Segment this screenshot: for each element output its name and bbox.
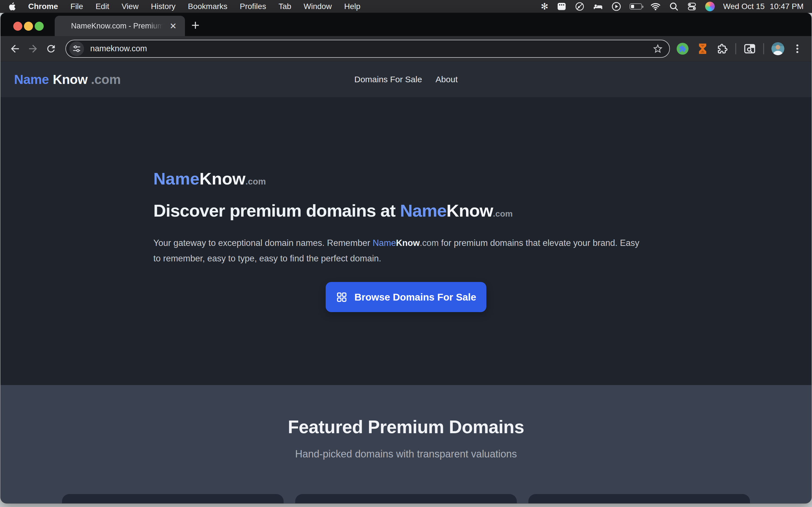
featured-subtitle: Hand-picked domains with transparent val…	[1, 448, 811, 460]
menu-item-file[interactable]: File	[70, 2, 83, 11]
site-logo[interactable]: NameKnow.com	[14, 72, 121, 87]
menu-bar: Chrome File Edit View History Bookmarks …	[0, 0, 812, 13]
clock-date: Wed Oct 15	[723, 2, 765, 11]
menu-item-tab[interactable]: Tab	[278, 2, 291, 11]
toolbar-divider	[763, 43, 764, 54]
side-search-icon[interactable]	[744, 43, 756, 55]
hero-brand-know: Know	[199, 169, 245, 188]
tab-title: NameKnow.com - Premium Do	[71, 22, 166, 31]
site-settings-button[interactable]	[69, 41, 84, 56]
sleep-icon[interactable]	[593, 0, 603, 13]
spotlight-icon[interactable]	[669, 0, 679, 13]
control-center-icon[interactable]	[687, 0, 697, 13]
menu-item-edit[interactable]: Edit	[96, 2, 109, 11]
profile-avatar[interactable]	[771, 42, 784, 55]
featured-title: Featured Premium Domains	[1, 385, 811, 438]
reload-icon	[45, 43, 57, 54]
menu-item-view[interactable]: View	[121, 2, 139, 11]
browser-menu-button[interactable]	[792, 43, 803, 54]
browser-toolbar: nameknow.com	[1, 36, 811, 61]
chatgpt-icon[interactable]: ✻	[541, 0, 548, 13]
wifi-icon[interactable]	[651, 0, 661, 13]
nav-link-about[interactable]: About	[436, 75, 458, 84]
back-icon	[9, 43, 21, 55]
hero-brand-tld: .com	[246, 177, 266, 186]
domain-card[interactable]	[528, 494, 750, 503]
url-text: nameknow.com	[90, 44, 650, 53]
extension-timer-icon[interactable]	[696, 43, 709, 55]
extensions-puzzle-icon[interactable]	[716, 43, 728, 55]
hero-paragraph: Your gateway to exceptional domain names…	[153, 235, 659, 266]
logo-name: Name	[14, 72, 49, 87]
bookmark-button[interactable]	[650, 41, 666, 57]
hero-brand: NameKnow.com	[153, 170, 659, 188]
browser-window: NameKnow.com - Premium Do ✕ + nameknow.c…	[1, 13, 811, 503]
clock-time: 10:47 PM	[770, 2, 804, 11]
cta-label: Browse Domains For Sale	[354, 291, 476, 303]
menu-item-profiles[interactable]: Profiles	[240, 2, 266, 11]
paragraph-brand-name: Name	[373, 238, 396, 248]
address-bar[interactable]: nameknow.com	[65, 40, 670, 58]
zoom-window-button[interactable]	[35, 22, 44, 31]
hero-section: NameKnow.com Discover premium domains at…	[1, 98, 811, 385]
browser-tab[interactable]: NameKnow.com - Premium Do ✕	[55, 16, 185, 36]
browse-domains-button[interactable]: Browse Domains For Sale	[326, 282, 486, 312]
close-window-button[interactable]	[13, 22, 22, 31]
back-button[interactable]	[7, 41, 23, 57]
headline-brand-name: Name	[400, 201, 447, 220]
minimize-window-button[interactable]	[24, 22, 33, 31]
forward-button[interactable]	[25, 41, 41, 57]
reload-button[interactable]	[43, 41, 59, 57]
logo-tld: .com	[91, 72, 121, 87]
featured-section: Featured Premium Domains Hand-picked dom…	[1, 385, 811, 503]
menu-item-window[interactable]: Window	[304, 2, 332, 11]
extension-area	[676, 42, 805, 55]
paragraph-text: to remember, easy to type, easy to find …	[153, 253, 381, 263]
domain-card[interactable]	[62, 494, 284, 503]
logo-know: Know	[53, 72, 87, 87]
paragraph-text: for premium domains that elevate your br…	[439, 238, 640, 248]
tune-icon	[72, 44, 82, 54]
featured-cards	[62, 494, 750, 503]
domain-card[interactable]	[295, 494, 517, 503]
star-icon	[652, 43, 663, 54]
apple-icon	[8, 2, 16, 11]
forward-icon	[27, 43, 39, 55]
page-content: NameKnow.com Domains For Sale About Name…	[1, 61, 811, 503]
headline-brand-tld: .com	[493, 209, 513, 218]
headline-brand-know: Know	[447, 201, 493, 220]
paragraph-brand-tld: .com	[420, 238, 439, 248]
new-tab-button[interactable]: +	[187, 17, 204, 33]
paragraph-text: Your gateway to exceptional domain names…	[153, 238, 373, 248]
hero-headline: Discover premium domains at NameKnow.com	[153, 201, 659, 221]
launcher-icon[interactable]	[575, 0, 585, 13]
extension-adblock-icon[interactable]	[676, 42, 689, 55]
menu-item-history[interactable]: History	[151, 2, 175, 11]
menu-item-bookmarks[interactable]: Bookmarks	[188, 2, 227, 11]
toolbar-divider	[735, 43, 736, 54]
keyboard-icon[interactable]	[557, 0, 566, 13]
menu-clock[interactable]: Wed Oct 15 10:47 PM	[723, 2, 804, 11]
menu-item-help[interactable]: Help	[344, 2, 361, 11]
site-nav: Domains For Sale About	[354, 75, 458, 84]
site-header: NameKnow.com Domains For Sale About	[1, 61, 811, 98]
battery-icon[interactable]	[629, 0, 642, 13]
tab-bar: NameKnow.com - Premium Do ✕ +	[1, 13, 811, 36]
menu-app-name[interactable]: Chrome	[28, 2, 58, 11]
apple-menu[interactable]	[8, 0, 16, 13]
siri-icon[interactable]	[705, 0, 715, 13]
headline-prefix: Discover premium domains at	[153, 201, 400, 220]
kebab-menu-icon	[792, 43, 803, 54]
nav-link-domains-for-sale[interactable]: Domains For Sale	[354, 75, 422, 84]
hero-brand-name: Name	[153, 169, 199, 188]
close-tab-icon[interactable]: ✕	[167, 16, 179, 36]
grid-icon	[336, 291, 348, 303]
paragraph-brand-know: Know	[396, 238, 419, 248]
play-icon[interactable]	[612, 0, 621, 13]
